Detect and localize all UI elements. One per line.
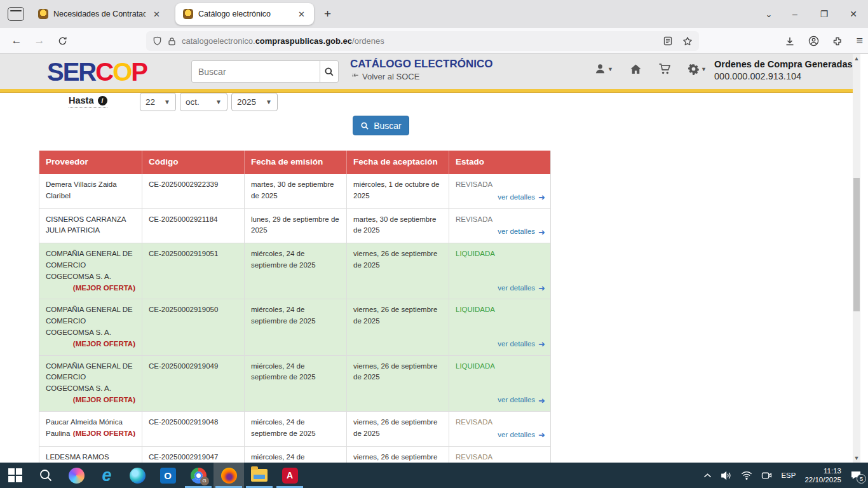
proveedor-cell: LEDESMA RAMOS MARTHA GRIMANEZA (MEJOR OF…: [39, 447, 142, 463]
estado-cell: LIQUIDADA ver detalles➜: [449, 299, 552, 355]
back-icon[interactable]: ←: [6, 31, 27, 50]
chevron-down-icon: ▼: [215, 98, 222, 105]
lock-icon[interactable]: [168, 37, 176, 46]
day-select[interactable]: 22▼: [140, 93, 176, 111]
user-menu-icon[interactable]: ▼: [594, 63, 613, 75]
windows-taskbar: e O G A ESP 11:13 22/10/2025: [0, 463, 868, 488]
codigo-cell: CE-20250002922339: [142, 174, 245, 208]
taskbar-acrobat-button[interactable]: A: [275, 463, 305, 488]
year-select[interactable]: 2025▼: [231, 93, 278, 111]
close-button[interactable]: ✕: [839, 0, 868, 28]
scroll-down-icon[interactable]: ▼: [853, 454, 860, 463]
codigo-cell: CE-20250002919047: [142, 447, 245, 463]
table-row: Paucar Almeida Mónica Paulina (MEJOR OFE…: [39, 412, 550, 447]
minimize-button[interactable]: –: [780, 0, 810, 28]
page-scrollbar[interactable]: ▲ ▼: [853, 54, 860, 463]
wifi-icon[interactable]: [741, 471, 752, 480]
settings-gear-icon[interactable]: ▼: [688, 63, 707, 75]
fecha-emision-cell: miércoles, 24 de septiembre de 2025: [245, 447, 347, 463]
restore-button[interactable]: ❐: [810, 0, 839, 28]
ver-detalles-link[interactable]: ver detalles➜: [498, 395, 545, 406]
tab-close-icon[interactable]: ✕: [151, 9, 163, 20]
url-bar[interactable]: catalogoelectronico.compraspublicas.gob.…: [146, 31, 699, 51]
estado-badge: REVISADA: [456, 452, 545, 463]
tab-list-chevron-icon[interactable]: ⌄: [757, 10, 780, 19]
reader-mode-icon[interactable]: [663, 36, 672, 46]
taskbar-edge-button[interactable]: [122, 463, 153, 488]
start-button[interactable]: [0, 463, 31, 488]
ver-detalles-link[interactable]: ver detalles➜: [498, 192, 545, 203]
month-select[interactable]: oct.▼: [180, 93, 227, 111]
fecha-emision-cell: lunes, 29 de septiembre de 2025: [245, 209, 347, 243]
extensions-icon[interactable]: [832, 36, 843, 46]
buscar-button[interactable]: Buscar: [353, 116, 409, 135]
firefox-view-icon[interactable]: [8, 7, 24, 21]
date: 22/10/2025: [804, 476, 841, 484]
tab-title: Catálogo electrónico: [198, 10, 290, 18]
site-title: CATÁLOGO ELECTRÓNICO: [350, 58, 492, 71]
estado-cell: REVISADA ver detalles➜: [449, 447, 552, 463]
scroll-up-icon[interactable]: ▲: [853, 54, 860, 63]
bookmark-star-icon[interactable]: [682, 36, 693, 46]
taskbar-chrome-button[interactable]: G: [183, 463, 214, 488]
search-icon: [38, 468, 53, 483]
estado-cell: REVISADA ver detalles➜: [449, 174, 552, 208]
taskbar-copilot-button[interactable]: [61, 463, 92, 488]
taskbar-file-explorer-button[interactable]: [244, 463, 275, 488]
volume-icon[interactable]: [721, 471, 732, 480]
fecha-aceptacion-cell: miércoles, 1 de octubre de 2025: [347, 174, 449, 208]
scrollbar-thumb[interactable]: [853, 178, 860, 311]
estado-badge: REVISADA: [456, 179, 545, 191]
table-row: CISNEROS CARRANZA JULIA PATRICIA CE-2025…: [39, 209, 550, 244]
fecha-aceptacion-cell: viernes, 26 de septiembre de 2025: [347, 243, 449, 299]
sercop-logo[interactable]: SERCOP: [47, 57, 147, 87]
forward-icon: →: [29, 31, 50, 50]
screen: Necesidades de Contratación y ✕ Catálogo…: [0, 0, 868, 488]
codigo-cell: CE-20250002919049: [142, 356, 245, 411]
shield-icon[interactable]: [153, 36, 162, 46]
header-search-button[interactable]: [320, 61, 338, 82]
cart-icon[interactable]: [658, 63, 671, 75]
site-header: SERCOP CATÁLOGO ELECTRÓNICO Volver al SO…: [0, 54, 860, 89]
tab-close-icon[interactable]: ✕: [295, 9, 308, 20]
taskbar-search-button[interactable]: [31, 463, 61, 488]
taskbar-firefox-button[interactable]: [214, 463, 244, 488]
volver-al-soce-link[interactable]: Volver al SOCE: [350, 72, 419, 81]
menu-hamburger-icon[interactable]: ≡: [856, 34, 863, 48]
arrow-right-icon: ➜: [538, 193, 545, 201]
meet-now-camera-icon[interactable]: [761, 471, 772, 480]
fecha-aceptacion-cell: viernes, 26 de septiembre de 2025: [347, 299, 449, 355]
ver-detalles-link[interactable]: ver detalles➜: [498, 283, 545, 294]
chrome-icon: G: [191, 468, 207, 484]
header-search-input[interactable]: [192, 61, 320, 82]
taskbar-outlook-button[interactable]: O: [153, 463, 183, 488]
estado-badge: LIQUIDADA: [456, 361, 545, 372]
info-icon[interactable]: i: [98, 96, 107, 105]
tab-catalogo[interactable]: Catálogo electrónico ✕: [175, 3, 314, 25]
ver-detalles-link[interactable]: ver detalles➜: [498, 430, 545, 441]
col-header: Código: [142, 151, 245, 174]
tab-title: Necesidades de Contratación y: [53, 10, 146, 18]
ecuador-favicon: [183, 9, 193, 19]
chevron-down-icon: ▼: [164, 98, 170, 105]
orders-number: 000.000.002.913.104: [714, 71, 855, 81]
language-indicator[interactable]: ESP: [781, 471, 796, 479]
mejor-oferta-badge: (MEJOR OFERTA): [73, 395, 135, 406]
proveedor-cell: COMPAÑIA GENERAL DE COMERCIO COGECOMSA S…: [39, 299, 142, 355]
action-center-button[interactable]: 5: [850, 470, 862, 480]
windows-logo-icon: [8, 468, 22, 482]
outlook-icon: O: [160, 468, 176, 484]
ver-detalles-link[interactable]: ver detalles➜: [498, 339, 545, 350]
tab-necesidades[interactable]: Necesidades de Contratación y ✕: [31, 3, 169, 25]
home-icon[interactable]: [630, 64, 642, 75]
url-text: catalogoelectronico.compraspublicas.gob.…: [182, 36, 658, 46]
header-nav-icons: ▼ ▼: [594, 63, 707, 75]
account-icon[interactable]: [808, 36, 819, 46]
clock[interactable]: 11:13 22/10/2025: [804, 466, 841, 484]
new-tab-button[interactable]: +: [320, 7, 335, 21]
ver-detalles-link[interactable]: ver detalles➜: [498, 226, 545, 238]
taskbar-internet-explorer-button[interactable]: e: [92, 463, 122, 488]
reload-icon[interactable]: [52, 31, 72, 50]
tray-chevron-up-icon[interactable]: [703, 473, 712, 478]
downloads-icon[interactable]: [785, 36, 795, 46]
